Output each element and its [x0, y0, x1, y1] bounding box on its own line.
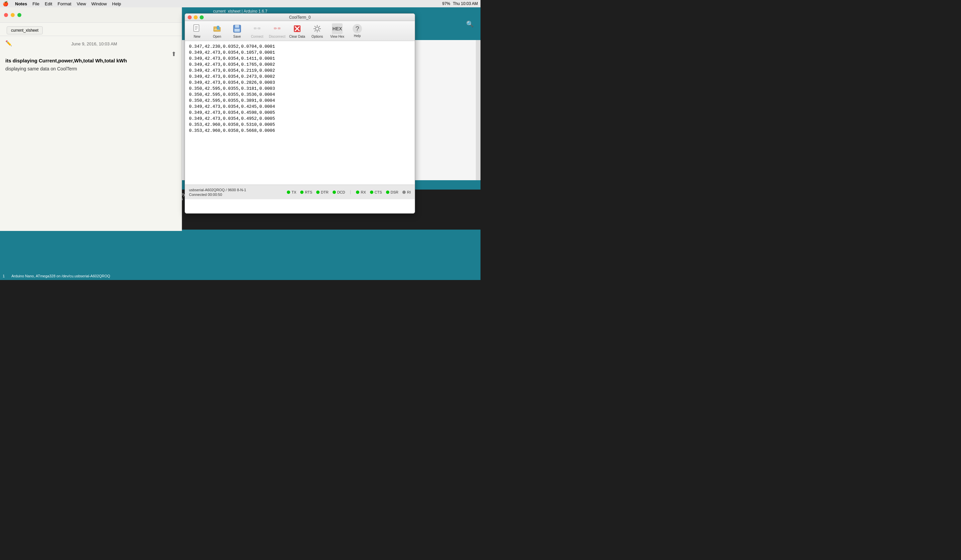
coolterm-connect-btn[interactable]: Connect: [248, 22, 267, 40]
coolterm-viewhex-btn[interactable]: HEX View Hex: [328, 22, 347, 40]
ct-open-label: Open: [213, 35, 221, 39]
ct-clear-label: Clear Data: [289, 35, 305, 39]
ct-data-line: 0.350,42.595,0.0355,0.3181,0.0003: [189, 86, 411, 92]
coolterm-port: usbserial-A602QROQ / 9600 8-N-1: [189, 188, 246, 192]
ct-data-line: 0.349,42.473,0.0354,0.2473,0.0002: [189, 74, 411, 80]
arduino-search-btn[interactable]: 🔍: [462, 17, 478, 31]
svg-rect-7: [235, 29, 240, 32]
ct-options-icon: [312, 23, 323, 34]
ct-help-label: Help: [354, 34, 361, 38]
tx-led: [287, 191, 290, 194]
menu-file[interactable]: File: [32, 2, 39, 6]
dtr-label: DTR: [321, 190, 329, 194]
coolterm-clear-btn[interactable]: Clear Data: [288, 22, 307, 40]
menu-view[interactable]: View: [77, 2, 86, 6]
svg-line-25: [319, 30, 320, 31]
ct-data-line: 0.349,42.473,0.0354,0.2119,0.0002: [189, 68, 411, 74]
notes-date: June 9, 2016, 10:03 AM: [5, 42, 176, 47]
svg-line-24: [315, 26, 315, 27]
coolterm-options-btn[interactable]: Options: [308, 22, 326, 40]
menubar-right: 97% Thu 10:03 AM: [442, 2, 478, 6]
coolterm-toolbar: New Open Save: [185, 21, 415, 41]
menu-notes[interactable]: Notes: [15, 2, 27, 6]
rts-indicator: RTS: [300, 190, 312, 194]
coolterm-minimize-btn[interactable]: [194, 15, 198, 19]
svg-rect-6: [235, 25, 239, 28]
menubar: 🍎 Notes File Edit Format View Window Hel…: [0, 0, 480, 7]
ct-data-line: 0.349,42.473,0.0354,0.1765,0.0002: [189, 62, 411, 68]
ct-hex-label: View Hex: [330, 35, 344, 39]
notes-maximize-btn[interactable]: [18, 13, 21, 17]
arduino-line-num: 1: [3, 274, 5, 278]
menu-help[interactable]: Help: [112, 2, 121, 6]
clock: Thu 10:03 AM: [453, 2, 478, 6]
coolterm-open-btn[interactable]: Open: [208, 22, 227, 40]
menu-window[interactable]: Window: [92, 2, 107, 6]
ct-options-label: Options: [312, 35, 323, 39]
rx-label: RX: [361, 190, 366, 194]
rx-indicator: RX: [356, 190, 366, 194]
notes-minimize-btn[interactable]: [11, 13, 15, 17]
arduino-bottom-bar: 1 Arduino Nano, ATmega328 on /dev/cu.usb…: [0, 272, 480, 280]
coolterm-indicators: TX RTS DTR DCD RX CTS: [287, 190, 411, 194]
dsr-led: [386, 191, 389, 194]
coolterm-window-buttons: [188, 15, 204, 19]
rts-led: [300, 191, 304, 194]
notes-tab[interactable]: current_xlsheet: [7, 26, 43, 34]
ct-open-icon: [212, 23, 222, 34]
tx-label: TX: [291, 190, 296, 194]
dsr-indicator: DSR: [386, 190, 399, 194]
battery-status: 97%: [442, 2, 450, 6]
svg-point-19: [315, 27, 319, 30]
svg-rect-13: [274, 27, 276, 29]
coolterm-disconnect-btn[interactable]: Disconnect: [268, 22, 286, 40]
coolterm-close-btn[interactable]: [188, 15, 192, 19]
coolterm-help-btn[interactable]: ? Help: [348, 22, 366, 40]
coolterm-data-area[interactable]: 0.347,42.230,0.0352,0.0704,0.00010.349,4…: [185, 41, 415, 185]
ct-data-line: 0.349,42.473,0.0354,0.4952,0.0005: [189, 116, 411, 122]
svg-point-12: [257, 28, 259, 29]
ct-connect-label: Connect: [251, 35, 263, 39]
notes-body[interactable]: displaying same data on CoolTerm: [5, 66, 176, 71]
ct-new-label: New: [194, 35, 200, 39]
cts-led: [370, 191, 373, 194]
arduino-board-info: Arduino Nano, ATmega328 on /dev/cu.usbse…: [11, 274, 110, 278]
menu-format[interactable]: Format: [58, 2, 71, 6]
scrollbar[interactable]: [476, 40, 480, 180]
coolterm-new-btn[interactable]: New: [188, 22, 206, 40]
ct-data-line: 0.349,42.473,0.0354,0.4598,0.0005: [189, 110, 411, 116]
dcd-label: DCD: [337, 190, 345, 194]
ct-save-label: Save: [233, 35, 241, 39]
coolterm-statusbar: usbserial-A602QROQ / 9600 8-N-1 Connecte…: [185, 185, 415, 199]
ct-data-line: 0.349,42.473,0.0354,0.4245,0.0004: [189, 104, 411, 110]
coolterm-maximize-btn[interactable]: [200, 15, 204, 19]
dsr-label: DSR: [391, 190, 399, 194]
ct-clear-icon: [292, 23, 302, 34]
svg-line-26: [319, 26, 320, 27]
ri-label: RI: [407, 190, 411, 194]
ct-new-icon: [192, 23, 202, 34]
notes-close-btn[interactable]: [4, 13, 8, 17]
coolterm-save-btn[interactable]: Save: [228, 22, 246, 40]
search-icon: 🔍: [466, 20, 474, 28]
rx-led: [356, 191, 359, 194]
coolterm-window: CoolTerm_0 New: [185, 13, 415, 213]
ct-data-line: 0.353,42.960,0.0358,0.5310,0.0005: [189, 122, 411, 128]
tx-indicator: TX: [287, 190, 296, 194]
ct-data-line: 0.347,42.230,0.0352,0.0704,0.0001: [189, 44, 411, 50]
coolterm-titlebar: CoolTerm_0: [185, 14, 415, 21]
ct-hex-icon: HEX: [332, 23, 342, 34]
ri-led: [402, 191, 406, 194]
apple-menu[interactable]: 🍎: [3, 1, 8, 6]
coolterm-connected: Connected 00:00:50: [189, 193, 246, 197]
svg-rect-14: [278, 27, 281, 29]
notes-edit-button[interactable]: ✏️: [5, 40, 12, 47]
notes-share-button[interactable]: ⬆: [171, 50, 176, 58]
ct-disconnect-icon: [272, 23, 283, 34]
ri-indicator: RI: [402, 190, 411, 194]
notes-window: current_xlsheet ✏️ June 9, 2016, 10:03 A…: [0, 7, 182, 231]
arduino-title: current_xlsheet | Arduino 1.6.7: [213, 9, 267, 14]
svg-point-11: [256, 28, 257, 29]
ct-save-icon: [232, 23, 243, 34]
menu-edit[interactable]: Edit: [45, 2, 52, 6]
